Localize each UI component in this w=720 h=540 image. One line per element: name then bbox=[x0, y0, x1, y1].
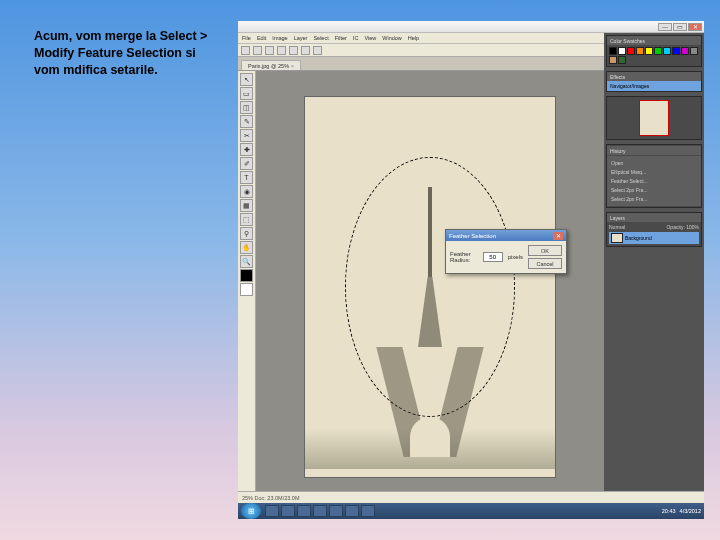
options-icon[interactable] bbox=[313, 46, 322, 55]
start-button[interactable]: ⊞ bbox=[241, 503, 261, 519]
navigator-thumbnail[interactable] bbox=[639, 100, 669, 136]
taskbar-item[interactable] bbox=[345, 505, 359, 517]
heal-tool[interactable]: ✚ bbox=[240, 143, 253, 156]
canvas-area[interactable]: Feather Selection ✕ Feather Radius: pixe… bbox=[256, 71, 604, 503]
document-canvas[interactable]: Feather Selection ✕ Feather Radius: pixe… bbox=[305, 97, 555, 477]
right-panel-dock: Color Swatches Effects bbox=[604, 33, 704, 503]
tab-close-icon[interactable]: × bbox=[291, 63, 294, 69]
dialog-title: Feather Selection bbox=[449, 233, 496, 239]
feather-selection-dialog: Feather Selection ✕ Feather Radius: pixe… bbox=[445, 229, 567, 274]
options-icon[interactable] bbox=[301, 46, 310, 55]
menu-filter[interactable]: Filter bbox=[334, 35, 348, 41]
minimize-button[interactable]: — bbox=[658, 23, 672, 31]
history-item[interactable]: Select 2px Fra... bbox=[609, 186, 699, 194]
panel-header[interactable]: Layers bbox=[607, 213, 701, 222]
options-icon[interactable] bbox=[241, 46, 250, 55]
foreground-color[interactable] bbox=[240, 269, 253, 282]
feather-radius-input[interactable] bbox=[483, 252, 503, 262]
brush-tool[interactable]: ✎ bbox=[240, 115, 253, 128]
history-item[interactable]: Open bbox=[609, 159, 699, 167]
hand-tool[interactable]: ✋ bbox=[240, 241, 253, 254]
taskbar-item[interactable] bbox=[329, 505, 343, 517]
history-item[interactable]: Elliptical Marq... bbox=[609, 168, 699, 176]
opacity-label[interactable]: Opacity: 100% bbox=[666, 224, 699, 230]
dialog-titlebar[interactable]: Feather Selection ✕ bbox=[446, 230, 566, 241]
type-tool[interactable]: T bbox=[240, 171, 253, 184]
photoshop-window: — ▭ ✕ File Edit Image Layer Select Filte… bbox=[238, 21, 704, 519]
menu-window[interactable]: Window bbox=[381, 35, 403, 41]
swatch[interactable] bbox=[654, 47, 662, 55]
menu-select[interactable]: Select bbox=[312, 35, 329, 41]
lasso-tool[interactable]: ◫ bbox=[240, 101, 253, 114]
options-icon[interactable] bbox=[277, 46, 286, 55]
layer-row[interactable]: Background bbox=[609, 232, 699, 244]
instruction-caption: Acum, vom merge la Select > Modify Featu… bbox=[34, 28, 224, 79]
swatch[interactable] bbox=[645, 47, 653, 55]
crop-tool[interactable]: ✂ bbox=[240, 129, 253, 142]
taskbar-item[interactable] bbox=[265, 505, 279, 517]
swatch[interactable] bbox=[627, 47, 635, 55]
taskbar-item[interactable] bbox=[361, 505, 375, 517]
effects-dropdown[interactable]: Navigator/Images bbox=[607, 81, 701, 91]
swatch[interactable] bbox=[636, 47, 644, 55]
system-tray[interactable]: 20:43 4/3/2012 bbox=[662, 508, 704, 514]
menu-file[interactable]: File bbox=[241, 35, 252, 41]
taskbar-item[interactable] bbox=[313, 505, 327, 517]
dialog-close-icon[interactable]: ✕ bbox=[553, 232, 563, 240]
unit-label: pixels bbox=[508, 254, 523, 260]
tray-date: 4/3/2012 bbox=[680, 508, 701, 514]
eraser-tool[interactable]: ⬚ bbox=[240, 213, 253, 226]
history-panel: History Open Elliptical Marq... Feather … bbox=[606, 144, 702, 208]
swatch[interactable] bbox=[681, 47, 689, 55]
menu-layer[interactable]: Layer bbox=[293, 35, 309, 41]
marquee-tool[interactable]: ▭ bbox=[240, 87, 253, 100]
menu-image[interactable]: Image bbox=[271, 35, 288, 41]
swatch[interactable] bbox=[690, 47, 698, 55]
gradient-tool[interactable]: ▦ bbox=[240, 199, 253, 212]
options-icon[interactable] bbox=[253, 46, 262, 55]
background-color[interactable] bbox=[240, 283, 253, 296]
color-swatches-panel: Color Swatches bbox=[606, 35, 702, 67]
panel-header[interactable]: History bbox=[607, 146, 701, 155]
window-titlebar: — ▭ ✕ bbox=[238, 21, 704, 33]
cancel-button[interactable]: Cancel bbox=[528, 258, 562, 269]
taskbar-item[interactable] bbox=[281, 505, 295, 517]
tool-palette: ↖ ▭ ◫ ✎ ✂ ✚ ✐ T ◉ ▦ ⬚ ⚲ ✋ 🔍 bbox=[238, 71, 256, 503]
menu-edit[interactable]: Edit bbox=[256, 35, 267, 41]
blend-mode[interactable]: Normal bbox=[609, 224, 625, 230]
history-item[interactable]: Feather Select... bbox=[609, 177, 699, 185]
status-text: 25% Doc: 23.0M/23.0M bbox=[242, 495, 299, 501]
shape-tool[interactable]: ◉ bbox=[240, 185, 253, 198]
status-bar: 25% Doc: 23.0M/23.0M bbox=[238, 491, 704, 503]
slide-background: Acum, vom merge la Select > Modify Featu… bbox=[0, 0, 720, 540]
swatch[interactable] bbox=[618, 47, 626, 55]
document-tab[interactable]: Paris.jpg @ 25% × bbox=[241, 60, 301, 70]
swatch[interactable] bbox=[609, 47, 617, 55]
swatch[interactable] bbox=[609, 56, 617, 64]
ok-button[interactable]: OK bbox=[528, 245, 562, 256]
move-tool[interactable]: ↖ bbox=[240, 73, 253, 86]
swatch[interactable] bbox=[663, 47, 671, 55]
close-button[interactable]: ✕ bbox=[688, 23, 702, 31]
history-item[interactable]: Select 2px Fra... bbox=[609, 195, 699, 203]
zoom-tool[interactable]: 🔍 bbox=[240, 255, 253, 268]
maximize-button[interactable]: ▭ bbox=[673, 23, 687, 31]
panel-header[interactable]: Effects bbox=[607, 72, 701, 81]
menu-view[interactable]: View bbox=[363, 35, 377, 41]
elliptical-selection-marquee bbox=[345, 157, 515, 417]
swatch[interactable] bbox=[618, 56, 626, 64]
menu-ic[interactable]: IC bbox=[352, 35, 360, 41]
tab-label: Paris.jpg @ 25% bbox=[248, 63, 289, 69]
tray-time: 20:43 bbox=[662, 508, 676, 514]
options-icon[interactable] bbox=[265, 46, 274, 55]
options-icon[interactable] bbox=[289, 46, 298, 55]
menu-help[interactable]: Help bbox=[407, 35, 420, 41]
navigator-panel bbox=[606, 96, 702, 140]
windows-taskbar: ⊞ 20:43 4/3/2012 bbox=[238, 503, 704, 519]
eyedropper-tool[interactable]: ⚲ bbox=[240, 227, 253, 240]
pencil-tool[interactable]: ✐ bbox=[240, 157, 253, 170]
effects-panel: Effects Navigator/Images bbox=[606, 71, 702, 92]
taskbar-item[interactable] bbox=[297, 505, 311, 517]
swatch[interactable] bbox=[672, 47, 680, 55]
panel-header[interactable]: Color Swatches bbox=[607, 36, 701, 45]
